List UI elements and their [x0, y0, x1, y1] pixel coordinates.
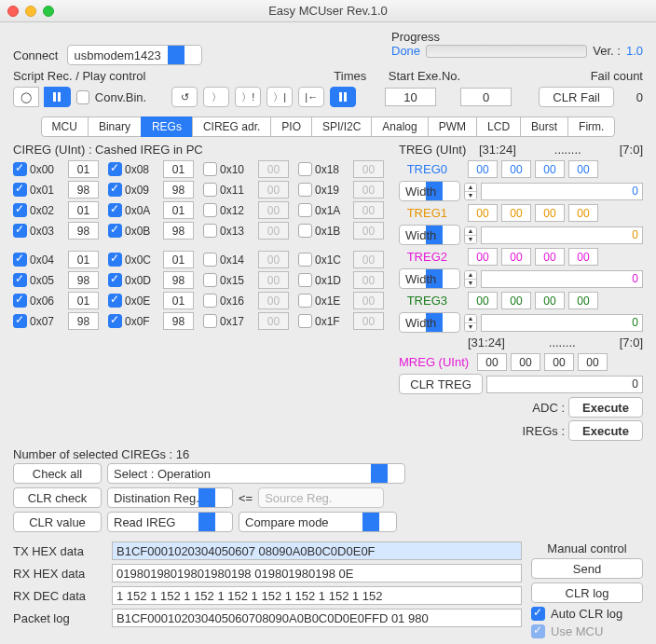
cireg-check-0x0D[interactable] — [108, 273, 122, 287]
cireg-check-0x08[interactable] — [108, 162, 122, 176]
adc-execute[interactable]: Execute — [568, 397, 643, 418]
tab-burst[interactable]: Burst — [520, 116, 568, 137]
treg3-b3[interactable] — [568, 292, 598, 309]
mreg-wide[interactable] — [486, 376, 643, 393]
cireg-val-0x0B[interactable] — [163, 222, 194, 240]
cireg-check-0x11[interactable] — [203, 183, 217, 197]
cireg-check-0x12[interactable] — [203, 203, 217, 217]
cireg-check-0x19[interactable] — [298, 183, 312, 197]
tab-lcd[interactable]: LCD — [476, 116, 521, 137]
cireg-val-0x04[interactable] — [68, 251, 99, 268]
treg1-wide[interactable] — [481, 226, 643, 244]
treg3-wide[interactable] — [481, 314, 643, 332]
clrfail-button[interactable]: CLR Fail — [539, 87, 614, 107]
mreg-b2[interactable] — [544, 353, 574, 371]
pause-rec-button[interactable] — [44, 87, 70, 107]
cireg-check-0x18[interactable] — [298, 162, 312, 176]
cireg-check-0x1B[interactable] — [298, 224, 312, 238]
port-select[interactable]: usbmodem1423 — [67, 45, 202, 65]
send-button[interactable]: Send — [531, 558, 643, 579]
cireg-val-0x0C[interactable] — [163, 251, 194, 268]
cireg-check-0x05[interactable] — [13, 273, 27, 287]
pause-play-button[interactable] — [330, 87, 356, 107]
cireg-check-0x00[interactable] — [13, 162, 27, 176]
cireg-check-0x0F[interactable] — [108, 314, 122, 328]
convbin-check[interactable] — [76, 90, 89, 104]
rew-button[interactable]: |← — [298, 87, 324, 107]
cireg-check-0x02[interactable] — [13, 203, 27, 217]
cireg-check-0x01[interactable] — [13, 183, 27, 197]
cireg-val-0x0A[interactable] — [163, 201, 194, 219]
cireg-check-0x14[interactable] — [203, 253, 217, 267]
cireg-val-0x07[interactable] — [68, 312, 99, 330]
loop-button[interactable]: ↺ — [171, 87, 198, 107]
cireg-val-0x08[interactable] — [163, 160, 194, 178]
tab-mcu[interactable]: MCU — [41, 116, 89, 137]
tab-ciregadr[interactable]: CIREG adr. — [192, 116, 271, 137]
mreg-b1[interactable] — [511, 353, 540, 371]
treg0-wide[interactable] — [481, 183, 643, 200]
cireg-check-0x09[interactable] — [108, 183, 122, 197]
selop-select[interactable]: Select : Operation — [107, 463, 405, 484]
cireg-val-0x0F[interactable] — [163, 312, 194, 330]
cireg-check-0x07[interactable] — [13, 314, 27, 328]
cireg-check-0x0E[interactable] — [108, 294, 122, 308]
cireg-check-0x10[interactable] — [203, 162, 217, 176]
cireg-check-0x0A[interactable] — [108, 203, 122, 217]
treg0-b3[interactable] — [568, 160, 598, 178]
cireg-check-0x17[interactable] — [203, 314, 217, 328]
pktlog-input[interactable] — [112, 609, 522, 627]
treg3-width-select[interactable]: Width — [399, 312, 460, 333]
cireg-val-0x09[interactable] — [163, 181, 194, 199]
cireg-check-0x15[interactable] — [203, 273, 217, 287]
treg3-stepper[interactable]: ▲▼ — [464, 314, 477, 332]
cireg-val-0x0E[interactable] — [163, 292, 194, 309]
cireg-val-0x06[interactable] — [68, 292, 99, 309]
treg1-b0[interactable] — [468, 204, 498, 222]
compare-select[interactable]: Compare mode — [239, 512, 397, 532]
record-button[interactable]: ◯ — [13, 87, 39, 107]
dstreg-select[interactable]: Distination Reg. — [107, 487, 233, 508]
checkall-button[interactable]: Check all — [13, 463, 102, 484]
txhex-input[interactable] — [112, 541, 522, 560]
cireg-check-0x1E[interactable] — [298, 294, 312, 308]
cireg-check-0x1A[interactable] — [298, 203, 312, 217]
cireg-val-0x03[interactable] — [68, 222, 99, 240]
treg1-b2[interactable] — [535, 204, 565, 222]
rxdec-input[interactable] — [112, 586, 522, 605]
times-input[interactable] — [385, 88, 436, 106]
treg1-b3[interactable] — [568, 204, 598, 222]
tab-regs[interactable]: REGs — [141, 116, 193, 137]
cireg-check-0x13[interactable] — [203, 224, 217, 238]
iregs-execute[interactable]: Execute — [568, 420, 643, 441]
treg2-wide[interactable] — [481, 270, 643, 288]
treg2-stepper[interactable]: ▲▼ — [464, 270, 477, 288]
mreg-b0[interactable] — [477, 353, 507, 371]
cireg-val-0x02[interactable] — [68, 201, 99, 219]
clrlog-button[interactable]: CLR log — [531, 582, 643, 603]
clrvalue-button[interactable]: CLR value — [13, 512, 102, 532]
treg3-b1[interactable] — [501, 292, 531, 309]
cireg-check-0x1D[interactable] — [298, 273, 312, 287]
treg2-b1[interactable] — [501, 248, 531, 266]
treg3-b2[interactable] — [535, 292, 565, 309]
treg0-b0[interactable] — [468, 160, 498, 178]
treg1-width-select[interactable]: Width — [399, 225, 460, 245]
treg1-stepper[interactable]: ▲▼ — [464, 226, 477, 244]
treg2-b3[interactable] — [568, 248, 598, 266]
cireg-check-0x03[interactable] — [13, 224, 27, 238]
cireg-check-0x16[interactable] — [203, 294, 217, 308]
cireg-val-0x01[interactable] — [68, 181, 99, 199]
clrtreg-button[interactable]: CLR TREG — [399, 374, 483, 394]
readireg-select[interactable]: Read IREG — [107, 512, 233, 532]
cireg-val-0x0D[interactable] — [163, 271, 194, 289]
play-button[interactable]: 〉 — [203, 87, 229, 107]
treg2-width-select[interactable]: Width — [399, 268, 460, 289]
treg3-b0[interactable] — [468, 292, 498, 309]
treg0-b1[interactable] — [501, 160, 531, 178]
cireg-check-0x06[interactable] — [13, 294, 27, 308]
cireg-check-0x0C[interactable] — [108, 253, 122, 267]
cireg-val-0x05[interactable] — [68, 271, 99, 289]
autoclr-check[interactable] — [531, 607, 545, 621]
cireg-check-0x04[interactable] — [13, 253, 27, 267]
